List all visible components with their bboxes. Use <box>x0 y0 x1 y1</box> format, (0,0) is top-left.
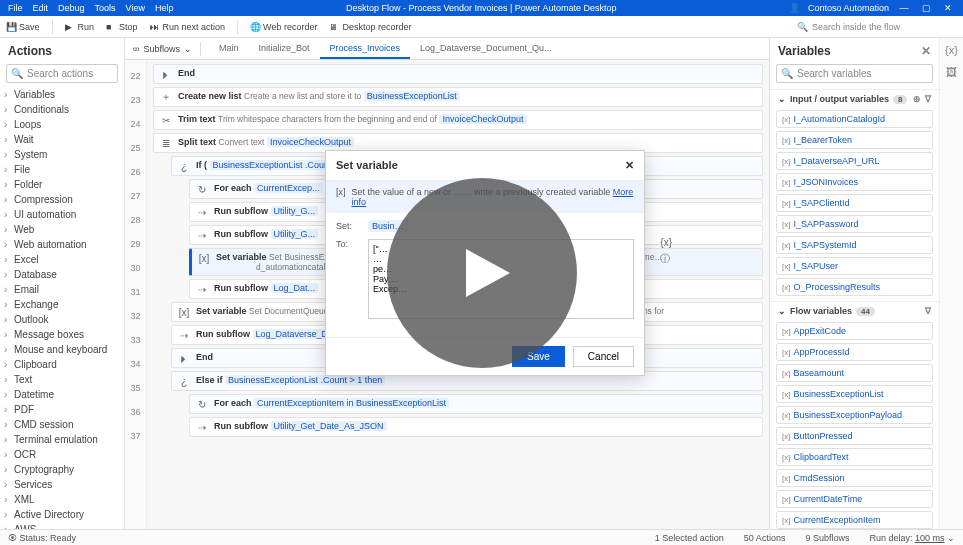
action-category[interactable]: AWS <box>0 522 124 529</box>
actions-search[interactable]: 🔍Search actions <box>6 64 118 83</box>
action-category[interactable]: Active Directory <box>0 507 124 522</box>
variable-item[interactable]: [x]AppExitCode <box>776 322 933 340</box>
menu-edit[interactable]: Edit <box>33 3 49 13</box>
action-category[interactable]: Datetime <box>0 387 124 402</box>
variable-icon: [x] <box>782 474 790 483</box>
close-button[interactable]: ✕ <box>941 3 955 13</box>
dialog-save-button[interactable]: Save <box>512 346 565 367</box>
action-category[interactable]: Terminal emulation <box>0 432 124 447</box>
action-category[interactable]: Email <box>0 282 124 297</box>
variable-item[interactable]: [x]I_SAPSystemId <box>776 236 933 254</box>
subflow-tab[interactable]: Main <box>209 39 249 59</box>
action-category[interactable]: Web automation <box>0 237 124 252</box>
variable-item[interactable]: [x]I_DataverseAPI_URL <box>776 152 933 170</box>
globe-icon: 🌐 <box>250 22 260 32</box>
action-category[interactable]: Services <box>0 477 124 492</box>
flow-step[interactable]: ＋Create new list Create a new list and s… <box>153 87 763 107</box>
chevron-down-icon[interactable]: ⌄ <box>778 94 786 104</box>
run-button[interactable]: ▶Run <box>65 22 95 32</box>
variable-item[interactable]: [x]I_SAPUser <box>776 257 933 275</box>
web-recorder-button[interactable]: 🌐Web recorder <box>250 22 317 32</box>
action-category[interactable]: Folder <box>0 177 124 192</box>
run-next-button[interactable]: ⏭Run next action <box>150 22 226 32</box>
variable-item[interactable]: [x]I_SAPClientId <box>776 194 933 212</box>
variable-item[interactable]: [x]CmdSession <box>776 469 933 487</box>
variable-item[interactable]: [x]BusinessExceptionPayload <box>776 406 933 424</box>
variable-item[interactable]: [x]ButtonPressed <box>776 427 933 445</box>
set-variable-token[interactable]: Busin… <box>368 220 408 232</box>
variables-strip-icon[interactable]: {x} <box>945 44 958 56</box>
chevron-down-icon[interactable]: ⌄ <box>778 306 786 316</box>
variable-item[interactable]: [x]I_SAPPassword <box>776 215 933 233</box>
variables-title: Variables <box>778 44 831 58</box>
subflow-tab[interactable]: Process_Invoices <box>320 39 411 59</box>
action-category[interactable]: Clipboard <box>0 357 124 372</box>
variables-close-icon[interactable]: ✕ <box>921 44 931 58</box>
action-category[interactable]: CMD session <box>0 417 124 432</box>
flow-step[interactable]: ↻For each CurrentExceptionItem in Busine… <box>189 394 763 414</box>
variable-item[interactable]: [x]ClipboardText <box>776 448 933 466</box>
variable-icon: [x] <box>782 432 790 441</box>
subflows-dropdown[interactable]: ∞Subflows⌄ <box>133 44 192 54</box>
save-button[interactable]: 💾Save <box>6 22 40 32</box>
variable-picker-icon[interactable]: {x} <box>660 237 672 248</box>
action-category[interactable]: Compression <box>0 192 124 207</box>
subflow-tab[interactable]: Initialize_Bot <box>248 39 319 59</box>
dialog-title: Set variable <box>336 159 398 172</box>
action-category[interactable]: Excel <box>0 252 124 267</box>
variable-item[interactable]: [x]CurrentDateTime <box>776 490 933 508</box>
action-category[interactable]: Web <box>0 222 124 237</box>
action-category[interactable]: Wait <box>0 132 124 147</box>
variable-item[interactable]: [x]O_ProcessingResults <box>776 278 933 296</box>
flow-search[interactable]: 🔍Search inside the flow <box>797 22 957 32</box>
menu-debug[interactable]: Debug <box>58 3 85 13</box>
variable-item[interactable]: [x]Baseamount <box>776 364 933 382</box>
action-category[interactable]: Variables <box>0 87 124 102</box>
account-name[interactable]: Contoso Automation <box>808 3 889 13</box>
info-icon[interactable]: ⓘ <box>660 252 672 266</box>
action-category[interactable]: File <box>0 162 124 177</box>
dialog-cancel-button[interactable]: Cancel <box>573 346 634 367</box>
action-category[interactable]: Mouse and keyboard <box>0 342 124 357</box>
maximize-button[interactable]: ▢ <box>919 3 933 13</box>
action-category[interactable]: System <box>0 147 124 162</box>
variable-item[interactable]: [x]I_BearerToken <box>776 131 933 149</box>
action-category[interactable]: Cryptography <box>0 462 124 477</box>
add-variable-icon[interactable]: ⊕ <box>913 94 921 104</box>
minimize-button[interactable]: — <box>897 3 911 13</box>
action-category[interactable]: UI automation <box>0 207 124 222</box>
to-value-input[interactable]: ["… … pe… Pay… Excep… <box>368 239 634 319</box>
filter-icon[interactable]: ∇ <box>925 306 931 316</box>
variable-item[interactable]: [x]BusinessExceptionList <box>776 385 933 403</box>
action-category[interactable]: Message boxes <box>0 327 124 342</box>
action-category[interactable]: Exchange <box>0 297 124 312</box>
action-category[interactable]: Text <box>0 372 124 387</box>
menu-tools[interactable]: Tools <box>95 3 116 13</box>
action-category[interactable]: Conditionals <box>0 102 124 117</box>
account-icon[interactable]: 👤 <box>789 3 800 13</box>
variable-item[interactable]: [x]I_JSONInvoices <box>776 173 933 191</box>
step-icon: ⇢ <box>196 421 208 433</box>
variable-item[interactable]: [x]CurrentExceptionItem <box>776 511 933 529</box>
action-category[interactable]: Database <box>0 267 124 282</box>
menu-file[interactable]: File <box>8 3 23 13</box>
menu-help[interactable]: Help <box>155 3 174 13</box>
flow-step[interactable]: ✂Trim text Trim whitespace characters fr… <box>153 110 763 130</box>
variables-search[interactable]: 🔍Search variables <box>776 64 933 83</box>
filter-icon[interactable]: ∇ <box>925 94 931 104</box>
variable-item[interactable]: [x]AppProcessId <box>776 343 933 361</box>
action-category[interactable]: XML <box>0 492 124 507</box>
action-category[interactable]: PDF <box>0 402 124 417</box>
menu-view[interactable]: View <box>126 3 145 13</box>
action-category[interactable]: OCR <box>0 447 124 462</box>
action-category[interactable]: Loops <box>0 117 124 132</box>
desktop-recorder-button[interactable]: 🖥Desktop recorder <box>329 22 411 32</box>
flow-step[interactable]: ⇢Run subflow Utility_Get_Date_As_JSON <box>189 417 763 437</box>
subflow-tab[interactable]: Log_Dataverse_Document_Qu... <box>410 39 562 59</box>
action-category[interactable]: Outlook <box>0 312 124 327</box>
flow-step[interactable]: ⏵End <box>153 64 763 84</box>
dialog-close-icon[interactable]: ✕ <box>625 159 634 172</box>
stop-button[interactable]: ■Stop <box>106 22 138 32</box>
variable-item[interactable]: [x]I_AutomationCatalogId <box>776 110 933 128</box>
images-strip-icon[interactable]: 🖼 <box>946 66 957 78</box>
